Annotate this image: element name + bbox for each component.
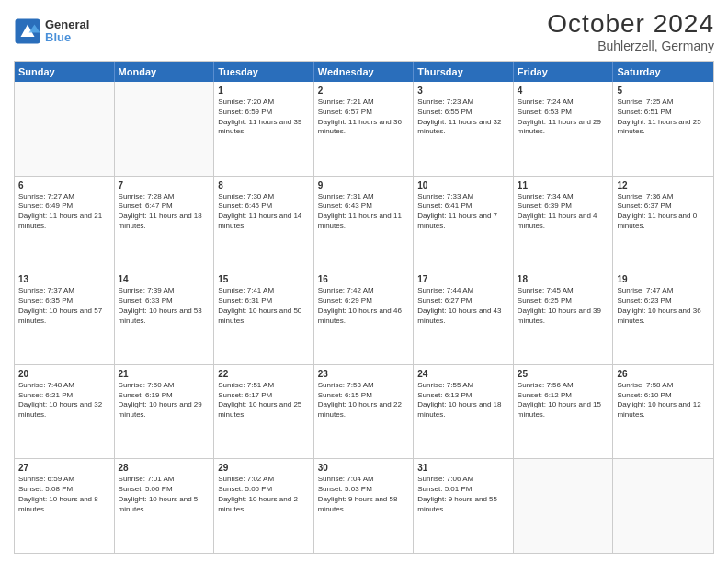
day-cell-14: 14Sunrise: 7:39 AM Sunset: 6:33 PM Dayli… — [115, 270, 215, 364]
day-info: Sunrise: 7:42 AM Sunset: 6:29 PM Dayligh… — [318, 286, 410, 326]
day-number: 10 — [417, 179, 509, 191]
day-cell-29: 29Sunrise: 7:02 AM Sunset: 5:05 PM Dayli… — [214, 459, 314, 553]
day-number: 21 — [119, 368, 210, 380]
day-cell-18: 18Sunrise: 7:45 AM Sunset: 6:25 PM Dayli… — [514, 270, 614, 364]
day-cell-9: 9Sunrise: 7:31 AM Sunset: 6:43 PM Daylig… — [314, 177, 415, 270]
week-row-0: 1Sunrise: 7:20 AM Sunset: 6:59 PM Daylig… — [15, 82, 713, 177]
day-number: 17 — [417, 273, 509, 285]
day-cell-24: 24Sunrise: 7:55 AM Sunset: 6:13 PM Dayli… — [414, 365, 514, 459]
day-cell-28: 28Sunrise: 7:01 AM Sunset: 5:06 PM Dayli… — [115, 459, 215, 553]
day-cell-16: 16Sunrise: 7:42 AM Sunset: 6:29 PM Dayli… — [314, 270, 415, 364]
day-info: Sunrise: 7:58 AM Sunset: 6:10 PM Dayligh… — [617, 381, 710, 420]
day-cell-5: 5Sunrise: 7:25 AM Sunset: 6:51 PM Daylig… — [613, 82, 713, 176]
day-cell-13: 13Sunrise: 7:37 AM Sunset: 6:35 PM Dayli… — [15, 270, 115, 364]
day-info: Sunrise: 7:06 AM Sunset: 5:01 PM Dayligh… — [417, 475, 509, 514]
day-number: 24 — [417, 368, 509, 380]
day-number: 30 — [318, 462, 410, 474]
day-number: 14 — [119, 273, 210, 285]
day-number: 12 — [617, 179, 710, 191]
calendar: SundayMondayTuesdayWednesdayThursdayFrid… — [14, 61, 714, 554]
day-info: Sunrise: 7:36 AM Sunset: 6:37 PM Dayligh… — [617, 192, 710, 232]
day-header-friday: Friday — [514, 62, 614, 82]
logo-line1: General — [45, 18, 89, 31]
day-info: Sunrise: 7:51 AM Sunset: 6:17 PM Dayligh… — [218, 381, 310, 420]
day-number: 7 — [119, 179, 210, 191]
day-info: Sunrise: 7:02 AM Sunset: 5:05 PM Dayligh… — [218, 475, 310, 514]
day-number: 23 — [318, 368, 410, 380]
page: General Blue October 2024 Buhlerzell, Ge… — [0, 0, 728, 563]
day-info: Sunrise: 6:59 AM Sunset: 5:08 PM Dayligh… — [18, 475, 110, 514]
day-number: 18 — [518, 273, 609, 285]
day-info: Sunrise: 7:31 AM Sunset: 6:43 PM Dayligh… — [318, 192, 410, 232]
day-cell-31: 31Sunrise: 7:06 AM Sunset: 5:01 PM Dayli… — [414, 459, 514, 553]
day-header-monday: Monday — [115, 62, 215, 82]
day-info: Sunrise: 7:23 AM Sunset: 6:55 PM Dayligh… — [417, 98, 509, 137]
day-cell-3: 3Sunrise: 7:23 AM Sunset: 6:55 PM Daylig… — [414, 82, 514, 176]
logo-text: General Blue — [45, 18, 89, 45]
day-number: 25 — [518, 368, 609, 380]
day-cell-12: 12Sunrise: 7:36 AM Sunset: 6:37 PM Dayli… — [613, 177, 713, 270]
day-info: Sunrise: 7:39 AM Sunset: 6:33 PM Dayligh… — [119, 286, 210, 326]
day-cell-7: 7Sunrise: 7:28 AM Sunset: 6:47 PM Daylig… — [115, 177, 215, 270]
day-header-sunday: Sunday — [15, 62, 115, 82]
empty-cell — [115, 82, 215, 176]
day-number: 16 — [318, 273, 410, 285]
day-number: 1 — [218, 85, 310, 97]
day-info: Sunrise: 7:48 AM Sunset: 6:21 PM Dayligh… — [18, 381, 110, 420]
logo-line2: Blue — [45, 31, 89, 44]
week-row-1: 6Sunrise: 7:27 AM Sunset: 6:49 PM Daylig… — [15, 177, 713, 271]
day-cell-6: 6Sunrise: 7:27 AM Sunset: 6:49 PM Daylig… — [15, 177, 115, 270]
day-number: 3 — [417, 85, 509, 97]
calendar-title: October 2024 — [547, 9, 714, 39]
day-cell-10: 10Sunrise: 7:33 AM Sunset: 6:41 PM Dayli… — [414, 177, 514, 270]
day-header-wednesday: Wednesday — [314, 62, 415, 82]
logo: General Blue — [14, 17, 89, 45]
day-cell-22: 22Sunrise: 7:51 AM Sunset: 6:17 PM Dayli… — [214, 365, 314, 459]
day-info: Sunrise: 7:01 AM Sunset: 5:06 PM Dayligh… — [119, 475, 210, 514]
day-info: Sunrise: 7:30 AM Sunset: 6:45 PM Dayligh… — [218, 192, 310, 232]
day-number: 4 — [518, 85, 609, 97]
day-number: 22 — [218, 368, 310, 380]
day-header-thursday: Thursday — [414, 62, 514, 82]
day-number: 8 — [218, 179, 310, 191]
day-cell-15: 15Sunrise: 7:41 AM Sunset: 6:31 PM Dayli… — [214, 270, 314, 364]
day-info: Sunrise: 7:55 AM Sunset: 6:13 PM Dayligh… — [417, 381, 509, 420]
day-cell-23: 23Sunrise: 7:53 AM Sunset: 6:15 PM Dayli… — [314, 365, 415, 459]
day-number: 13 — [18, 273, 110, 285]
calendar-subtitle: Buhlerzell, Germany — [547, 39, 714, 53]
day-cell-20: 20Sunrise: 7:48 AM Sunset: 6:21 PM Dayli… — [15, 365, 115, 459]
day-cell-2: 2Sunrise: 7:21 AM Sunset: 6:57 PM Daylig… — [314, 82, 415, 176]
day-header-saturday: Saturday — [613, 62, 713, 82]
day-number: 31 — [417, 462, 509, 474]
day-number: 29 — [218, 462, 310, 474]
day-info: Sunrise: 7:41 AM Sunset: 6:31 PM Dayligh… — [218, 286, 310, 326]
day-number: 6 — [18, 179, 110, 191]
day-number: 2 — [318, 85, 410, 97]
day-cell-4: 4Sunrise: 7:24 AM Sunset: 6:53 PM Daylig… — [514, 82, 614, 176]
logo-icon — [14, 17, 41, 45]
day-info: Sunrise: 7:34 AM Sunset: 6:39 PM Dayligh… — [518, 192, 609, 232]
day-cell-27: 27Sunrise: 6:59 AM Sunset: 5:08 PM Dayli… — [15, 459, 115, 553]
day-cell-26: 26Sunrise: 7:58 AM Sunset: 6:10 PM Dayli… — [613, 365, 713, 459]
day-cell-1: 1Sunrise: 7:20 AM Sunset: 6:59 PM Daylig… — [214, 82, 314, 176]
day-cell-30: 30Sunrise: 7:04 AM Sunset: 5:03 PM Dayli… — [314, 459, 415, 553]
day-info: Sunrise: 7:04 AM Sunset: 5:03 PM Dayligh… — [318, 475, 410, 514]
day-info: Sunrise: 7:37 AM Sunset: 6:35 PM Dayligh… — [18, 286, 110, 326]
day-info: Sunrise: 7:53 AM Sunset: 6:15 PM Dayligh… — [318, 381, 410, 420]
day-cell-25: 25Sunrise: 7:56 AM Sunset: 6:12 PM Dayli… — [514, 365, 614, 459]
week-row-4: 27Sunrise: 6:59 AM Sunset: 5:08 PM Dayli… — [15, 459, 713, 553]
day-info: Sunrise: 7:21 AM Sunset: 6:57 PM Dayligh… — [318, 98, 410, 137]
calendar-body: 1Sunrise: 7:20 AM Sunset: 6:59 PM Daylig… — [15, 82, 713, 553]
day-number: 19 — [617, 273, 710, 285]
empty-cell — [514, 459, 614, 553]
day-cell-11: 11Sunrise: 7:34 AM Sunset: 6:39 PM Dayli… — [514, 177, 614, 270]
day-cell-21: 21Sunrise: 7:50 AM Sunset: 6:19 PM Dayli… — [115, 365, 215, 459]
day-info: Sunrise: 7:25 AM Sunset: 6:51 PM Dayligh… — [617, 98, 710, 137]
day-cell-17: 17Sunrise: 7:44 AM Sunset: 6:27 PM Dayli… — [414, 270, 514, 364]
day-info: Sunrise: 7:44 AM Sunset: 6:27 PM Dayligh… — [417, 286, 509, 326]
day-info: Sunrise: 7:28 AM Sunset: 6:47 PM Dayligh… — [119, 192, 210, 232]
day-info: Sunrise: 7:24 AM Sunset: 6:53 PM Dayligh… — [518, 98, 609, 137]
week-row-3: 20Sunrise: 7:48 AM Sunset: 6:21 PM Dayli… — [15, 365, 713, 460]
day-number: 15 — [218, 273, 310, 285]
day-number: 9 — [318, 179, 410, 191]
